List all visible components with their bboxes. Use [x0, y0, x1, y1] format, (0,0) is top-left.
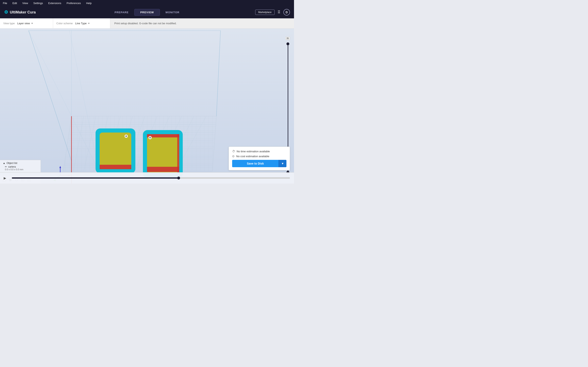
object-name: cartera	[8, 165, 16, 168]
grid-icon[interactable]: ⠿	[277, 10, 281, 15]
cost-estimation-row: ⊙ No cost estimation available	[232, 155, 286, 158]
time-estimation-row: ⏱ No time estimation available	[232, 150, 286, 153]
play-button[interactable]: ▶	[2, 175, 8, 181]
slider-thumb-top[interactable]	[286, 42, 289, 45]
marketplace-button[interactable]: Marketplace	[255, 9, 275, 15]
object-list-label: Object list	[7, 162, 17, 165]
viewport[interactable]: 35 ▲ Object list ✏ cartera 0.0 x 0.0 x 0…	[0, 29, 294, 184]
menu-file[interactable]: File	[2, 1, 8, 5]
object-dimensions: 0.0 x 0.0 x 0.0 mm	[3, 168, 38, 171]
view-type-label: View type	[3, 22, 15, 25]
svg-rect-33	[100, 133, 131, 169]
save-dropdown-icon: ▼	[281, 162, 284, 165]
menu-edit[interactable]: Edit	[12, 1, 18, 5]
estimation-panel: ⏱ No time estimation available ⊙ No cost…	[229, 147, 290, 170]
progress-thumb[interactable]	[177, 176, 180, 179]
nav-preview[interactable]: PREVIEW	[134, 9, 160, 16]
view-type-section: View type Layer view ▼	[0, 18, 53, 28]
logo: ⚙ UltiMaker Cura	[4, 9, 36, 15]
nav-monitor[interactable]: MONITOR	[160, 9, 185, 16]
collapse-icon: ▲	[3, 162, 5, 165]
header-right: Marketplace ⠿ D	[255, 9, 290, 16]
svg-point-43	[149, 137, 151, 138]
info-section: Print setup disabled. G-code file can no…	[110, 18, 294, 28]
cost-icon: ⊙	[232, 155, 234, 158]
menu-preferences[interactable]: Preferences	[66, 1, 82, 5]
object-list-header[interactable]: ▲ Object list	[3, 162, 38, 165]
svg-marker-7	[63, 116, 216, 171]
bottom-panel: ▶	[0, 172, 294, 184]
view-type-select[interactable]: Layer view ▼	[17, 22, 33, 25]
svg-rect-41	[177, 134, 179, 174]
color-scheme-label: Color scheme	[56, 22, 73, 25]
menu-view[interactable]: View	[21, 1, 29, 5]
color-scheme-chevron-icon: ▼	[88, 22, 90, 25]
color-scheme-select[interactable]: Line Type ▼	[75, 22, 90, 25]
nav-buttons: PREPARE PREVIEW MONITOR	[109, 9, 185, 16]
menu-settings[interactable]: Settings	[33, 1, 44, 5]
header: ⚙ UltiMaker Cura PREPARE PREVIEW MONITOR…	[0, 6, 294, 18]
progress-track[interactable]	[12, 177, 290, 179]
svg-rect-34	[100, 165, 131, 169]
menu-help[interactable]: Help	[85, 1, 93, 5]
save-btn-container: Save to Disk ▼	[232, 160, 286, 167]
save-dropdown-button[interactable]: ▼	[278, 160, 286, 167]
object-list-item: ✏ cartera	[3, 165, 38, 168]
view-type-value: Layer view	[17, 22, 30, 25]
menu-extensions[interactable]: Extensions	[47, 1, 62, 5]
time-estimation-label: No time estimation available	[237, 150, 270, 153]
cost-estimation-label: No cost estimation available	[236, 155, 269, 158]
toolbar-row: View type Layer view ▼ Color scheme Line…	[0, 18, 294, 29]
progress-fill	[12, 177, 179, 179]
color-scheme-section: Color scheme Line Type ▼	[53, 18, 110, 28]
save-to-disk-button[interactable]: Save to Disk	[232, 160, 278, 167]
nav-prepare[interactable]: PREPARE	[109, 9, 134, 16]
object-list-panel: ▲ Object list ✏ cartera 0.0 x 0.0 x 0.0 …	[0, 160, 41, 172]
edit-icon: ✏	[5, 165, 7, 168]
layer-number: 35	[285, 37, 290, 40]
logo-icon: ⚙	[4, 9, 8, 15]
logo-text: UltiMaker Cura	[10, 10, 36, 15]
avatar[interactable]: D	[283, 9, 290, 16]
svg-rect-40	[147, 134, 179, 137]
svg-rect-39	[147, 167, 179, 172]
menu-bar: File Edit View Settings Extensions Prefe…	[0, 0, 294, 6]
svg-point-36	[125, 135, 127, 137]
info-message: Print setup disabled. G-code file can no…	[114, 22, 177, 25]
color-scheme-value: Line Type	[75, 22, 86, 25]
play-icon: ▶	[4, 176, 6, 180]
clock-icon: ⏱	[232, 150, 235, 153]
view-type-chevron-icon: ▼	[31, 22, 33, 25]
